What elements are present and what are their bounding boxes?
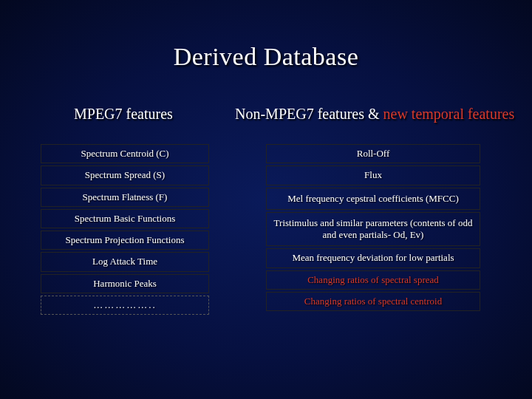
list-item: Mel frequency cepstral coefficients (MFC…	[266, 188, 480, 210]
list-item: Spectrum Basic Functions	[41, 209, 209, 228]
list-item: Spectrum Flatness (F)	[41, 188, 209, 207]
list-item: Spectrum Spread (S)	[41, 166, 209, 185]
right-column-heading: Non-MPEG7 features & new temporal featur…	[235, 106, 514, 123]
list-item: Log Attack Time	[41, 252, 209, 271]
right-feature-list: Roll-Off Flux Mel frequency cepstral coe…	[266, 144, 480, 313]
slide: Derived Database MPEG7 features Non-MPEG…	[0, 0, 532, 399]
list-item-new: Changing ratios of spectral spread	[266, 270, 480, 290]
list-item: Spectrum Projection Functions	[41, 231, 209, 250]
left-feature-list: Spectrum Centroid (C) Spectrum Spread (S…	[41, 144, 209, 317]
list-item-ellipsis: ……………..	[41, 296, 209, 315]
list-item: Mean frequency deviation for low partial…	[266, 248, 480, 267]
list-item: Harmonic Peaks	[41, 274, 209, 293]
right-heading-red: new temporal features	[383, 106, 515, 122]
list-item-new: Changing ratios of spectral centroid	[266, 292, 480, 311]
left-column-heading: MPEG7 features	[74, 106, 173, 123]
list-item: Flux	[266, 166, 480, 185]
list-item: Roll-Off	[266, 144, 480, 163]
right-heading-plain: Non-MPEG7 features &	[235, 106, 383, 122]
page-title: Derived Database	[0, 43, 532, 71]
list-item: Spectrum Centroid (C)	[41, 144, 209, 163]
list-item: Tristimulus and similar parameters (cont…	[266, 212, 480, 247]
